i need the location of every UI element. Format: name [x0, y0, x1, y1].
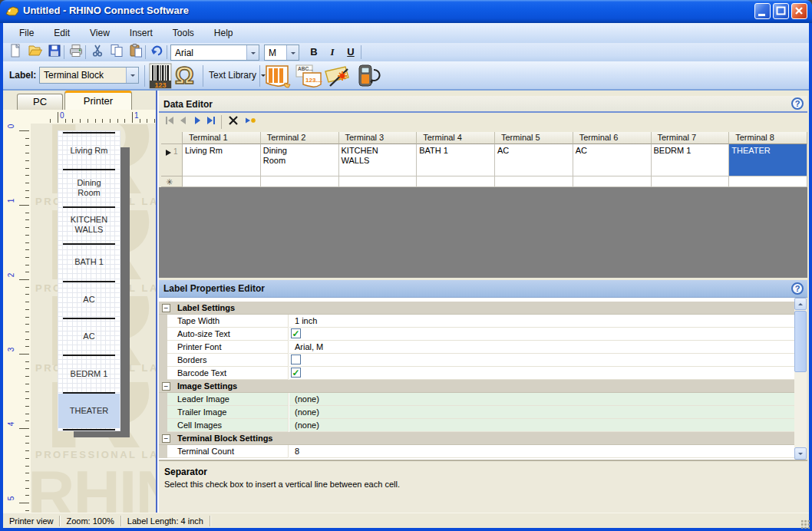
record-delete-button[interactable]: [226, 115, 240, 129]
property-row[interactable]: Cell Images(none): [159, 419, 794, 432]
italic-button[interactable]: I: [324, 45, 341, 60]
column-header[interactable]: Terminal 2: [261, 132, 339, 144]
empty-cell[interactable]: [261, 176, 339, 187]
empty-cell[interactable]: [183, 176, 261, 187]
tab-printer[interactable]: Printer: [64, 91, 132, 110]
bold-button[interactable]: B: [305, 45, 322, 60]
property-row[interactable]: Leader Image(none): [159, 393, 794, 406]
checkbox-checked-icon[interactable]: ✓: [291, 368, 301, 378]
property-value[interactable]: Arial, M: [289, 341, 794, 354]
menu-item-file[interactable]: File: [9, 23, 44, 43]
property-value[interactable]: (none): [289, 393, 794, 406]
table-cell[interactable]: Dining Room: [261, 144, 339, 176]
record-last-button[interactable]: [204, 115, 218, 129]
empty-cell[interactable]: [417, 176, 495, 187]
scroll-up-button[interactable]: [794, 298, 807, 310]
preview-cell[interactable]: Dining Room: [58, 170, 120, 205]
property-row[interactable]: Barcode Text✓: [159, 367, 794, 380]
collapse-icon[interactable]: −: [162, 304, 170, 312]
save-button[interactable]: [46, 45, 63, 60]
properties-scrollbar[interactable]: [794, 298, 807, 460]
table-cell[interactable]: AC: [573, 144, 652, 176]
property-value[interactable]: ✓: [289, 328, 794, 341]
property-value[interactable]: ✓: [289, 367, 794, 380]
table-cell[interactable]: BATH 1: [417, 144, 495, 176]
tab-pc[interactable]: PC: [17, 94, 63, 110]
property-group-header[interactable]: −Label Settings: [159, 302, 794, 315]
preview-cell[interactable]: BEDRM 1: [58, 356, 120, 391]
collapse-icon[interactable]: −: [162, 434, 170, 443]
table-cell[interactable]: AC: [495, 144, 573, 176]
property-group-header[interactable]: −Image Settings: [159, 380, 794, 393]
help-icon[interactable]: ?: [791, 282, 804, 295]
column-header[interactable]: Terminal 1: [183, 132, 261, 144]
empty-cell[interactable]: [339, 176, 418, 187]
column-header[interactable]: Terminal 7: [652, 132, 730, 144]
cut-button[interactable]: [89, 45, 106, 60]
preview-cell[interactable]: AC: [58, 319, 120, 354]
minimize-button[interactable]: [754, 3, 771, 19]
label-type-select[interactable]: Terminal Block: [39, 67, 139, 84]
close-button[interactable]: [791, 3, 807, 19]
table-cell[interactable]: THEATER: [729, 144, 807, 176]
property-row[interactable]: Tape Width1 inch: [159, 315, 794, 328]
maximize-button[interactable]: [773, 3, 789, 19]
property-row[interactable]: Auto-size Text✓: [159, 328, 794, 341]
font-family-dropdown-arrow-icon[interactable]: [246, 45, 259, 60]
preview-cell[interactable]: BATH 1: [58, 245, 120, 279]
printer-transfer-icon[interactable]: [353, 64, 381, 91]
scrollbar-thumb[interactable]: [794, 311, 807, 372]
empty-cell[interactable]: [573, 176, 652, 187]
preview-cell[interactable]: THEATER: [58, 394, 120, 428]
empty-cell[interactable]: [652, 176, 730, 187]
label-wizard-icon[interactable]: [324, 64, 352, 91]
preview-cell[interactable]: Living Rm: [58, 134, 120, 168]
column-header[interactable]: Terminal 5: [495, 132, 573, 144]
empty-cell[interactable]: [495, 176, 573, 187]
resize-grip-icon[interactable]: [800, 519, 810, 529]
terminal-block-labels-icon[interactable]: [264, 64, 292, 91]
font-family-select[interactable]: Arial: [170, 45, 259, 61]
empty-cell[interactable]: [729, 176, 807, 187]
menu-item-edit[interactable]: Edit: [44, 23, 80, 43]
label-strip[interactable]: Living RmDining RoomKITCHEN WALLSBATH 1A…: [58, 130, 120, 431]
record-next-button[interactable]: [190, 115, 204, 129]
preview-cell[interactable]: AC: [58, 282, 120, 317]
property-group-header[interactable]: −Terminal Block Settings: [159, 432, 794, 445]
property-value[interactable]: (none): [289, 419, 794, 432]
table-cell[interactable]: KITCHEN WALLS: [339, 144, 418, 176]
property-value[interactable]: (none): [289, 406, 794, 419]
property-row[interactable]: Terminal Count8: [159, 445, 794, 458]
table-cell[interactable]: Living Rm: [183, 144, 261, 176]
column-header[interactable]: Terminal 6: [573, 132, 652, 144]
menu-item-tools[interactable]: Tools: [163, 23, 204, 43]
collapse-icon[interactable]: −: [162, 382, 170, 391]
abc-123-library-icon[interactable]: ABC... 123....: [295, 64, 322, 91]
column-header[interactable]: Terminal 3: [339, 132, 418, 144]
preview-cell[interactable]: KITCHEN WALLS: [58, 208, 120, 242]
scroll-down-button[interactable]: [794, 447, 807, 460]
column-header[interactable]: Terminal 4: [417, 132, 495, 144]
undo-button[interactable]: [149, 45, 166, 60]
property-value[interactable]: 8: [289, 445, 794, 458]
paste-button[interactable]: [127, 45, 144, 60]
barcode-icon[interactable]: 123: [149, 63, 172, 92]
table-cell[interactable]: BEDRM 1: [652, 144, 730, 176]
property-value[interactable]: [289, 354, 794, 367]
copy-button[interactable]: [108, 45, 125, 60]
property-row[interactable]: Trailer Image(none): [159, 406, 794, 419]
font-size-select[interactable]: M: [264, 45, 299, 61]
symbol-omega-icon[interactable]: Ω: [175, 63, 194, 89]
menu-item-insert[interactable]: Insert: [120, 23, 163, 43]
help-icon[interactable]: ?: [791, 97, 804, 110]
record-new-record-button[interactable]: [243, 115, 257, 129]
underline-button[interactable]: U: [342, 45, 359, 60]
text-library-button[interactable]: Text Library: [209, 70, 266, 81]
label-type-dropdown-arrow-icon[interactable]: [126, 68, 138, 83]
checkbox-checked-icon[interactable]: ✓: [291, 328, 301, 338]
column-header[interactable]: Terminal 8: [729, 132, 807, 144]
open-button[interactable]: [27, 45, 44, 60]
menu-item-view[interactable]: View: [80, 23, 120, 43]
property-row[interactable]: Printer FontArial, M: [159, 341, 794, 354]
checkbox-unchecked-icon[interactable]: [291, 355, 301, 364]
